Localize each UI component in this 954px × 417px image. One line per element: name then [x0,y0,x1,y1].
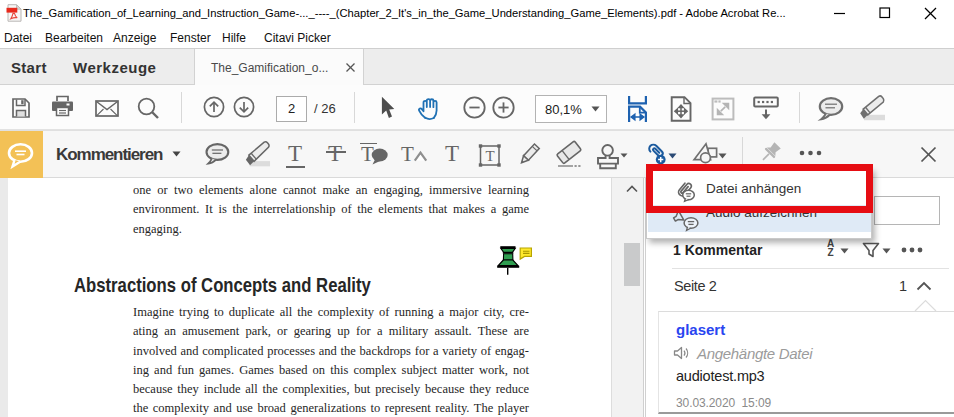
svg-text:T: T [485,148,494,164]
